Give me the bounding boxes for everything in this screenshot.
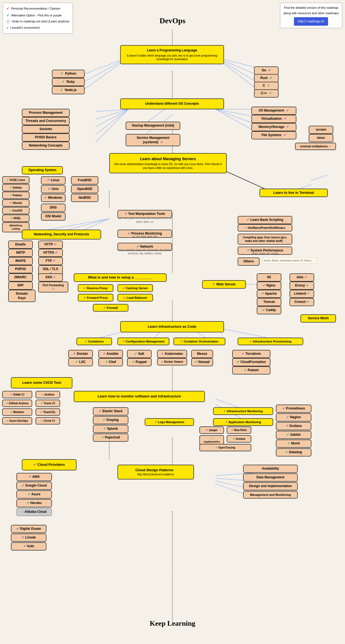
green-zabbix: ✔ (287, 433, 289, 437)
purple-badge-go: ✔ (268, 68, 271, 72)
sys-perf-tools: nmon, iostat, sar, vmstat (238, 252, 292, 255)
purple-ftp: ✔ (53, 259, 55, 263)
green-jenkins: ✔ (41, 393, 43, 396)
green-datadog: ✔ (285, 450, 288, 454)
purple-unix: ✔ (48, 187, 51, 191)
load-bal-box: ✔ Load Balancer (117, 294, 153, 301)
green-check3: ✔ (60, 88, 63, 92)
monitor-box: Learn how to monitor software and infras… (74, 391, 205, 402)
linode-box: ✔ Linode (11, 534, 46, 542)
purple-bash: ✔ (247, 218, 249, 222)
green-circle: ✔ (41, 419, 43, 422)
page-title: DevOps (160, 16, 185, 25)
iac-box: Learn Infrastructure as Code (120, 321, 224, 332)
emails-box: Emails (8, 241, 33, 249)
gitlab-ci-box: ✔ Gitlab CI (2, 391, 32, 398)
purple-badge-virt: ✔ (284, 117, 287, 121)
istio-box: Istio ✔ (290, 273, 314, 282)
content-layer: DevOps Learn a Programming Language It d… (0, 0, 345, 644)
splunk-box: ✔ Splunk (93, 425, 128, 433)
smtp-box: SMTP (8, 249, 33, 257)
alibaba-box: ● Alibaba Cloud (16, 508, 52, 516)
green-check2: ✔ (62, 80, 64, 84)
purple-grafana: ✔ (286, 424, 288, 428)
gray-compile: ○ (283, 239, 285, 242)
c-box: C ✔ (254, 82, 279, 90)
http-box: HTTP ✔ (38, 241, 63, 249)
green-azure: ✔ (28, 492, 31, 496)
osi-box: OSI Model (41, 212, 66, 221)
startup-mgmt-box: Startup Management (initd) (126, 122, 180, 130)
screen-box: screen (309, 126, 333, 134)
green-centos: ✔ (9, 209, 11, 212)
firewall-box: ✔ Firewall (93, 304, 128, 312)
google-cloud-box: ✔ Google Cloud (16, 482, 52, 490)
digital-ocean-box: ✔ Digital Ocean (11, 525, 46, 533)
grafana-box: ✔ Grafana (276, 422, 311, 430)
purple-terraform: ✔ (242, 352, 244, 356)
salt-box: ✔ Salt (127, 350, 152, 358)
purple-text: ✔ (125, 212, 127, 216)
green-heroku: ✔ (27, 501, 30, 505)
compiling-box: Compiling apps from source (gcc, make an… (238, 234, 292, 245)
chef-box: ✔ Chef (98, 358, 123, 366)
text-tools-text: awk, sed, grep, sort, uniq, cat, cut ech… (117, 216, 172, 223)
bash-scripting-box: ✔ Learn Bash Scripting (238, 216, 292, 224)
windows-box: ✔ Windows (41, 194, 66, 202)
monit-box: ✔ Monit (276, 440, 311, 448)
green-travis: ✔ (41, 402, 43, 405)
bamboo-box: ✔ Bamboo (2, 408, 32, 416)
terraform-box: ✔ Terraform (232, 350, 270, 358)
nginx-box: ✔ Nginx (257, 282, 281, 290)
vultr-box: ✔ Vultr (11, 542, 46, 551)
green-envoy: ✔ (306, 283, 309, 287)
config-mgmt-box: ✔ Configuration Management (117, 338, 169, 345)
caching-box: ✔ Caching Server (117, 284, 153, 292)
purple-vultr: ✔ (23, 544, 26, 548)
green-linkerd: ✔ (307, 292, 309, 295)
ftp-box: FTP ✔ (38, 257, 63, 265)
fedora-box: ✔ Fedora (2, 192, 30, 199)
green-badge-c: ✔ (267, 84, 270, 87)
new-relic-box: ✔ New Relic (227, 426, 251, 434)
purple-gh: ✔ (6, 402, 8, 405)
debian-box: ✔ Debian (2, 184, 30, 191)
green-puppet: ✔ (132, 360, 135, 364)
green-salt: ✔ (134, 352, 137, 356)
go-box: Go ✔ (254, 66, 279, 75)
proc-tools-text: ps, top, htop, atop, lsof (117, 235, 172, 238)
gray-alibaba: ● (22, 510, 24, 514)
purple-logs: ✔ (155, 420, 157, 424)
vim-nano-box: ✔ Vim/Nano/PowerShell/Emacs (238, 224, 292, 232)
cicd-box: Learn some CI/CD Tool (11, 377, 72, 388)
purple-linux: ✔ (47, 178, 50, 182)
purple-vim: ✔ (245, 226, 247, 229)
proc-mgmt-box: Process Management (22, 109, 70, 117)
nomad-box: ✔ Nomad (191, 358, 213, 366)
consul-box: Consul ✔ (290, 298, 314, 306)
rust-box: Rust ✔ (254, 74, 279, 82)
tomcat-box: Tomcat (257, 298, 281, 306)
filesystems-box: File Systems ✔ (251, 131, 296, 139)
green-nomad: ✔ (195, 360, 197, 364)
cloud-design-box: Cloud Design Patterns ○ http://bit.ly/cl… (117, 465, 194, 479)
apache-box: ✔ Apache (257, 290, 281, 298)
travis-ci-box: ✔ Travis CI (36, 400, 60, 407)
envoy-box: Envoy ✔ (290, 282, 314, 290)
io-mgmt-box: I/O Management ✔ (251, 107, 296, 115)
green-bamboo: ✔ (10, 411, 13, 414)
suse-box: ✔ SUSE Linux (2, 176, 30, 184)
keep-learning: Keep Learning (150, 619, 195, 628)
green-rhel: ✔ (11, 217, 13, 220)
green-papertrail: ✔ (101, 435, 104, 439)
purple-ansible: ✔ (103, 352, 106, 356)
purple-perf: ✔ (247, 248, 250, 252)
sockets-box: Sockets (22, 125, 70, 133)
purple-ssh: ✔ (53, 275, 56, 279)
green-apache: ✔ (261, 292, 264, 295)
purple-fwd: ✔ (83, 296, 86, 299)
ubuntu-box: ✔ Ubuntu (2, 199, 30, 207)
aws-box: ✔ AWS (16, 473, 52, 481)
purple-prov: ✔ (249, 340, 252, 343)
container-orch-box: ✔ Container Orchestration (173, 338, 225, 345)
